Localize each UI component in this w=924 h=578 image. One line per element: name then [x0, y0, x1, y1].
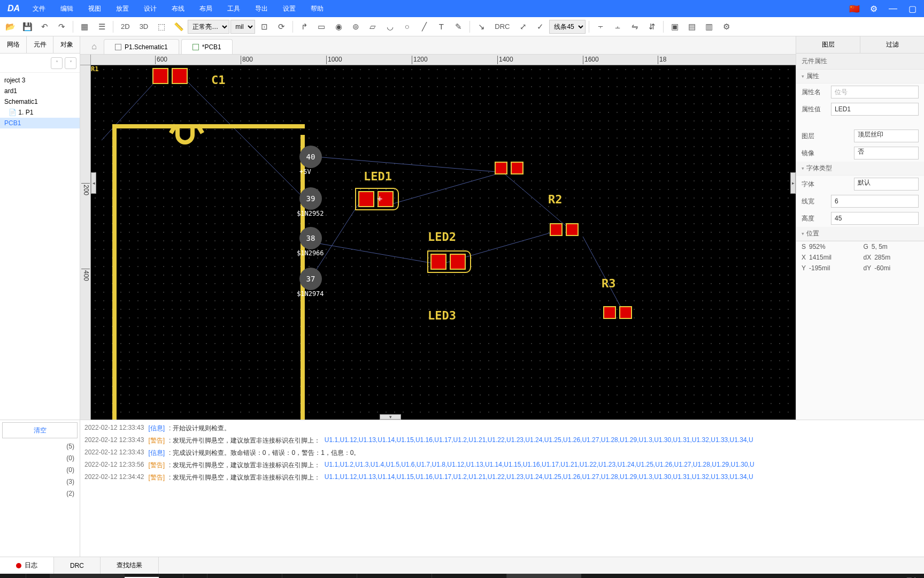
tree-down-icon[interactable]: ˅: [65, 57, 76, 69]
log-cat-0[interactable]: (5): [0, 440, 80, 452]
prop-group-position[interactable]: 位置: [796, 227, 924, 241]
log-output[interactable]: 2022-02-12 12:33:43[信息]: 开始设计规则检查。2022-0…: [80, 420, 924, 557]
tree-pcb[interactable]: PCB1: [0, 118, 80, 128]
menu-place[interactable]: 放置: [109, 0, 136, 17]
ruler-icon[interactable]: 📏: [171, 19, 187, 35]
open-icon[interactable]: 📂: [2, 19, 18, 35]
start-button[interactable]: ⊞: [0, 574, 26, 578]
collapse-bottom-icon[interactable]: ▾: [380, 414, 401, 420]
redo-icon[interactable]: ↷: [53, 19, 70, 35]
layer2-icon[interactable]: ▤: [684, 19, 700, 35]
layer3-icon[interactable]: ▥: [701, 19, 717, 35]
view-2d-button[interactable]: 2D: [117, 19, 134, 35]
probe-icon[interactable]: ✓: [532, 19, 548, 35]
component-r2[interactable]: [550, 223, 579, 236]
net-pad-39[interactable]: 39: [299, 187, 322, 210]
text-icon[interactable]: T: [433, 19, 449, 35]
drc-button[interactable]: DRC: [490, 19, 514, 35]
undo-icon[interactable]: ↶: [36, 19, 52, 35]
menu-file[interactable]: 文件: [25, 0, 53, 17]
taskbar-bandicam[interactable]: Bandicam: [432, 574, 506, 578]
component-led1[interactable]: [358, 191, 394, 207]
bottom-tab-log[interactable]: 日志: [0, 557, 54, 574]
align-left-icon[interactable]: ⫟: [592, 19, 609, 35]
bottom-tab-drc[interactable]: DRC: [54, 557, 101, 574]
doc-tab-schematic[interactable]: P1.Schematic1: [104, 39, 179, 54]
taskbar-ie2[interactable]: e: [183, 574, 207, 578]
flip-v-icon[interactable]: ⇵: [644, 19, 660, 35]
left-tab-objects[interactable]: 对象: [53, 36, 80, 53]
tree-schematic[interactable]: Schematic1: [0, 96, 80, 107]
line-mode-select[interactable]: 线条45: [549, 20, 586, 34]
taskbar-eda[interactable]: ◆嘉立创EDA(...: [506, 574, 581, 578]
net-pad-40[interactable]: 40: [299, 146, 322, 168]
taskbar-ie1[interactable]: e: [26, 574, 50, 578]
prop-name-input[interactable]: [831, 86, 919, 98]
net-pad-38[interactable]: 38: [299, 227, 322, 249]
component-led2[interactable]: [430, 254, 466, 270]
via-icon[interactable]: ⊚: [348, 19, 364, 35]
menu-settings[interactable]: 设置: [275, 0, 303, 17]
tree-project[interactable]: roject 3: [0, 75, 80, 86]
home-icon[interactable]: ⌂: [84, 39, 104, 54]
menu-tools[interactable]: 工具: [220, 0, 248, 17]
taskbar-video[interactable]: 单片机流水...: [357, 574, 432, 578]
circle-icon[interactable]: ○: [399, 19, 415, 35]
grid-icon[interactable]: ▦: [76, 19, 93, 35]
save-icon[interactable]: 💾: [19, 19, 35, 35]
collapse-right-icon[interactable]: ▸: [790, 172, 796, 194]
zoom-fit-icon[interactable]: ⊡: [256, 19, 272, 35]
component-r1[interactable]: [495, 162, 523, 174]
refresh-icon[interactable]: ⟳: [273, 19, 289, 35]
layer1-icon[interactable]: ▣: [667, 19, 683, 35]
align-center-icon[interactable]: ⫠: [610, 19, 626, 35]
menu-design[interactable]: 设计: [136, 0, 164, 17]
bottom-tab-find[interactable]: 查找结果: [101, 557, 159, 574]
prop-group-attributes[interactable]: 属性: [796, 70, 924, 83]
tree-up-icon[interactable]: ˄: [51, 57, 63, 69]
window-maximize-icon[interactable]: ▢: [903, 0, 922, 17]
prop-value-input[interactable]: [831, 103, 919, 116]
prop-font-select[interactable]: 默认: [854, 178, 919, 191]
menu-help[interactable]: 帮助: [303, 0, 331, 17]
unit-select[interactable]: mil: [230, 20, 255, 34]
prop-group-font[interactable]: 字体类型: [796, 162, 924, 176]
measure-icon[interactable]: ⤢: [515, 19, 531, 35]
arc-icon[interactable]: ◡: [382, 19, 398, 35]
taskbar-explorer2[interactable]: d:\Docume...: [282, 574, 357, 578]
log-cat-4[interactable]: (2): [0, 488, 80, 499]
gear-icon[interactable]: ⚙: [864, 0, 883, 17]
tree-board[interactable]: ard1: [0, 86, 80, 96]
right-tab-filter[interactable]: 过滤: [860, 36, 924, 53]
view-3d-button[interactable]: 3D: [135, 19, 153, 35]
polygon-icon[interactable]: ▱: [365, 19, 381, 35]
collapse-left-icon[interactable]: ◂: [91, 172, 96, 194]
menu-export[interactable]: 导出: [248, 0, 275, 17]
flip-h-icon[interactable]: ⇋: [627, 19, 643, 35]
pad-icon[interactable]: ◉: [330, 19, 346, 35]
select-area-icon[interactable]: ⬚: [153, 19, 170, 35]
tree-page[interactable]: 📄 1. P1: [0, 107, 80, 118]
log-cat-1[interactable]: (0): [0, 452, 80, 464]
net-pad-37[interactable]: 37: [299, 268, 322, 290]
pcb-canvas[interactable]: 600 800 1000 1200 1400 1600 18 200 400: [80, 55, 796, 420]
prop-height-input[interactable]: [831, 212, 919, 225]
menu-layout[interactable]: 布局: [192, 0, 220, 17]
dimension-icon[interactable]: ✎: [450, 19, 466, 35]
log-clear-button[interactable]: 清空: [2, 422, 78, 438]
menu-route[interactable]: 布线: [164, 0, 192, 17]
right-tab-layers[interactable]: 图层: [796, 36, 860, 53]
component-r3[interactable]: [603, 306, 632, 319]
route-icon[interactable]: ↱: [296, 19, 312, 35]
component-c1[interactable]: [152, 68, 188, 84]
menu-view[interactable]: 视图: [81, 0, 109, 17]
menu-edit[interactable]: 编辑: [53, 0, 81, 17]
window-minimize-icon[interactable]: —: [883, 0, 903, 17]
rect-icon[interactable]: ▭: [313, 19, 329, 35]
doc-tab-pcb[interactable]: *PCB1: [181, 39, 233, 54]
line-icon[interactable]: ╱: [416, 19, 432, 35]
left-tab-components[interactable]: 元件: [27, 36, 53, 53]
prop-layer-select[interactable]: 顶层丝印: [854, 130, 919, 142]
prop-linewidth-input[interactable]: [831, 195, 919, 208]
brightness-select[interactable]: 正常亮…: [188, 20, 229, 34]
